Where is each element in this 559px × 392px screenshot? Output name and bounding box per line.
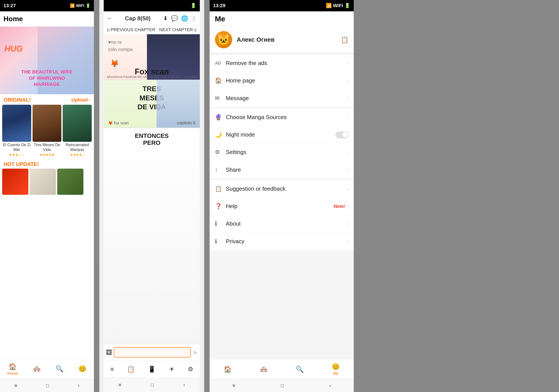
home-page-icon: 🏠	[215, 77, 224, 84]
manga-cover-2	[33, 105, 62, 142]
reader-chapters-icon[interactable]: 📋	[127, 365, 135, 373]
me-home-button[interactable]: □	[281, 383, 284, 389]
reader-bottom-bar: 🖼 ➤	[104, 344, 200, 360]
hot-update-title: HOT UPDATE!	[3, 161, 39, 167]
prev-chapter-btn[interactable]: |‹ PREVIOUS CHAPTER	[107, 27, 155, 32]
hot-cover-1[interactable]	[2, 169, 28, 195]
manga-item-1[interactable]: El Cuento De Zi Wei ★★★☆☆	[2, 105, 31, 157]
me-user-section: Алекс Огнев 📋	[210, 27, 354, 54]
menu-item-home-page[interactable]: 🏠 Home page ›	[210, 72, 354, 89]
me-menu-button[interactable]: ≡	[232, 383, 235, 389]
battery-icon: 🔋	[86, 3, 90, 8]
manga-page-bot: ENTONCESPERO	[104, 128, 200, 344]
tab-library[interactable]: 🏘️	[33, 365, 41, 374]
comment-input[interactable]	[114, 347, 191, 357]
me-me-tab-icon: 😊	[332, 363, 340, 370]
me-signal-icon: 📶	[326, 3, 332, 9]
home-spacer	[0, 195, 94, 359]
home-tab-label: Home	[7, 371, 18, 376]
menu-item-share[interactable]: ↑ Share ›	[210, 161, 354, 178]
upload-link[interactable]: Upload ›	[71, 97, 90, 103]
menu-item-remove-ads[interactable]: AD Remove the ads ›	[210, 54, 354, 72]
tab-search[interactable]: 🔍	[56, 365, 64, 374]
globe-icon[interactable]: 🌐	[181, 15, 188, 22]
wifi-icon: WiFi	[76, 3, 84, 8]
reader-brightness-icon[interactable]: ☀	[169, 365, 175, 373]
menu-section-bot: 📋 Suggestion or feedback › ❓ Help New! ›…	[210, 180, 354, 250]
menu-item-help[interactable]: ❓ Help New! ›	[210, 198, 354, 215]
menu-item-about[interactable]: ℹ About ›	[210, 215, 354, 232]
upload-arrow-icon: ›	[89, 98, 90, 103]
manga-page-top: ♥no re sólo compa 🦊 Fox scan advertencia…	[104, 34, 200, 80]
help-chevron-icon: ›	[347, 204, 348, 209]
edit-profile-icon[interactable]: 📋	[341, 36, 348, 44]
page-ad-text: advertencia Facebook Me odia asi que noc…	[107, 75, 197, 79]
home-button[interactable]: □	[46, 383, 49, 389]
gap-1	[94, 0, 99, 392]
menu-item-privacy[interactable]: ℹ Privacy ›	[210, 232, 354, 250]
menu-section-mid: 🔮 Choose Manga Sources › 🌙 Night mode ⚙ …	[210, 109, 354, 178]
more-icon[interactable]: ⋮	[191, 15, 197, 22]
reader-settings-icon[interactable]: ⚙	[188, 365, 193, 373]
hot-cover-2[interactable]	[30, 169, 56, 195]
choose-sources-chevron-icon: ›	[347, 115, 348, 120]
next-chapter-btn[interactable]: NEXT CHAPTER ›|	[159, 27, 196, 32]
manga-grid: El Cuento De Zi Wei ★★★☆☆ Tres Meses De …	[0, 105, 94, 159]
right-filler	[354, 0, 559, 392]
menu-button[interactable]: ≡	[14, 383, 17, 389]
reader-battery: 🔋	[190, 3, 196, 9]
me-tab-home[interactable]: 🏠	[224, 365, 232, 373]
me-tab-search[interactable]: 🔍	[296, 365, 304, 373]
manga-title-2: Tres Meses De Vida	[33, 143, 62, 152]
menu-item-message[interactable]: ✉ Message ›	[210, 89, 354, 107]
back-button[interactable]: ‹	[78, 383, 79, 389]
menu-section-top: AD Remove the ads › 🏠 Home page › ✉ Mess…	[210, 54, 354, 107]
me-back-button[interactable]: ‹	[329, 383, 331, 389]
tab-profile[interactable]: 😊	[78, 365, 86, 374]
menu-item-settings[interactable]: ⚙ Settings ›	[210, 143, 354, 161]
search-tab-icon: 🔍	[56, 365, 64, 373]
me-time: 13:29	[213, 3, 225, 9]
night-mode-toggle[interactable]	[335, 131, 348, 138]
manga-stars-2: ★★★★★	[33, 153, 62, 157]
reader-home-button[interactable]: □	[151, 382, 154, 388]
help-label: Help	[226, 203, 334, 210]
ad-icon: AD	[215, 61, 224, 66]
menu-item-choose-sources[interactable]: 🔮 Choose Manga Sources ›	[210, 109, 354, 126]
send-icon[interactable]: ➤	[193, 349, 198, 356]
manga-item-3[interactable]: Reincarnated Marquis ★★★★☆	[63, 105, 92, 157]
menu-item-night-mode[interactable]: 🌙 Night mode	[210, 126, 354, 143]
user-avatar[interactable]	[215, 31, 232, 48]
comment-icon[interactable]: 💬	[171, 15, 178, 22]
page-watermark: ♥no re sólo compa	[108, 39, 133, 53]
original-section-header: ORIGINAL! Upload ›	[0, 94, 94, 105]
me-tab-library[interactable]: 🏘️	[260, 365, 268, 373]
manga-item-2[interactable]: Tres Meses De Vida ★★★★★	[33, 105, 62, 157]
night-mode-label: Night mode	[226, 131, 335, 138]
me-search-tab-icon: 🔍	[296, 365, 304, 373]
hot-cover-3[interactable]	[57, 169, 84, 195]
privacy-chevron-icon: ›	[347, 238, 348, 244]
tab-home[interactable]: 🏠 Home	[7, 363, 18, 376]
gallery-icon[interactable]: 🖼	[106, 349, 112, 356]
download-icon[interactable]: ⬇	[163, 15, 168, 22]
night-mode-icon: 🌙	[215, 131, 224, 138]
reader-read-icon[interactable]: 📱	[148, 365, 156, 373]
reader-status-icons: 🔋	[190, 3, 196, 9]
me-tab-me[interactable]: 😊 Me	[332, 363, 340, 376]
suggestion-label: Suggestion or feedback	[226, 185, 347, 192]
reader-back-icon[interactable]: ←	[107, 15, 112, 22]
library-tab-icon: 🏘️	[33, 365, 41, 373]
menu-item-suggestion[interactable]: 📋 Suggestion or feedback ›	[210, 180, 354, 198]
suggestion-chevron-icon: ›	[347, 186, 348, 192]
reader-action-icons: ⬇ 💬 🌐 ⋮	[163, 15, 197, 22]
reader-menu-button[interactable]: ≡	[119, 382, 121, 388]
home-banner[interactable]: HUG THE BEAUTIFUL WIFEOF WHIRLWINDMARRIA…	[0, 27, 94, 94]
me-home-tab-icon: 🏠	[224, 365, 232, 373]
reader-back-button[interactable]: ‹	[183, 382, 185, 388]
me-battery-icon: 🔋	[344, 3, 350, 9]
manga-page-content: ♥no re sólo compa 🦊 Fox scan advertencia…	[104, 34, 200, 344]
reader-menu-icon[interactable]: ≡	[110, 366, 114, 373]
home-top-nav: Home	[0, 11, 94, 27]
me-system-nav: ≡ □ ‹	[210, 379, 354, 392]
